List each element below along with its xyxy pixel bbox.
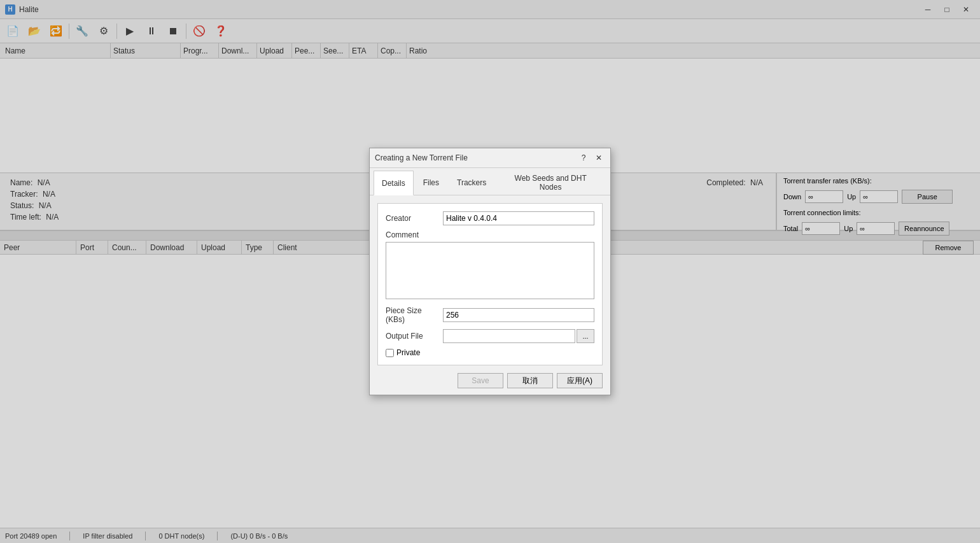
tab-trackers[interactable]: Trackers <box>449 171 494 195</box>
comment-label: Comment <box>386 230 594 239</box>
browse-button[interactable]: ... <box>577 329 594 343</box>
dialog-title-buttons: ? ✕ <box>577 152 605 164</box>
piece-size-row: Piece Size (KBs) <box>386 306 594 324</box>
modal-overlay: Creating a New Torrent File ? ✕ Details … <box>0 0 980 543</box>
private-checkbox[interactable] <box>386 349 394 357</box>
output-file-row: Output File ... <box>386 329 594 343</box>
dialog-buttons: Save 取消 应用(A) <box>370 369 610 395</box>
tab-web-seeds[interactable]: Web Seeds and DHT Nodes <box>496 171 605 195</box>
comment-section: Comment <box>386 230 594 301</box>
creator-input[interactable] <box>443 211 594 225</box>
dialog-tabs: Details Files Trackers Web Seeds and DHT… <box>370 168 610 195</box>
dialog-content-area: Creator Comment Piece Size (KBs) Output … <box>370 195 610 365</box>
cancel-button[interactable]: 取消 <box>507 373 553 388</box>
new-torrent-dialog: Creating a New Torrent File ? ✕ Details … <box>369 148 611 395</box>
dialog-title-bar: Creating a New Torrent File ? ✕ <box>370 148 610 168</box>
dialog-title: Creating a New Torrent File <box>375 153 468 162</box>
creator-label: Creator <box>386 214 443 223</box>
save-button[interactable]: Save <box>458 373 503 388</box>
tab-files[interactable]: Files <box>415 171 447 195</box>
dialog-close-button[interactable]: ✕ <box>592 152 605 164</box>
apply-button[interactable]: 应用(A) <box>557 373 603 388</box>
comment-textarea[interactable] <box>386 242 594 299</box>
output-file-label: Output File <box>386 332 443 341</box>
private-label: Private <box>396 348 420 357</box>
dialog-help-button[interactable]: ? <box>577 152 590 164</box>
creator-row: Creator <box>386 211 594 225</box>
piece-size-input[interactable] <box>443 308 594 322</box>
private-row: Private <box>386 348 594 357</box>
output-file-input[interactable] <box>443 329 575 343</box>
piece-size-label: Piece Size (KBs) <box>386 306 443 324</box>
tab-details[interactable]: Details <box>374 171 414 195</box>
dialog-form: Creator Comment Piece Size (KBs) Output … <box>377 203 603 365</box>
